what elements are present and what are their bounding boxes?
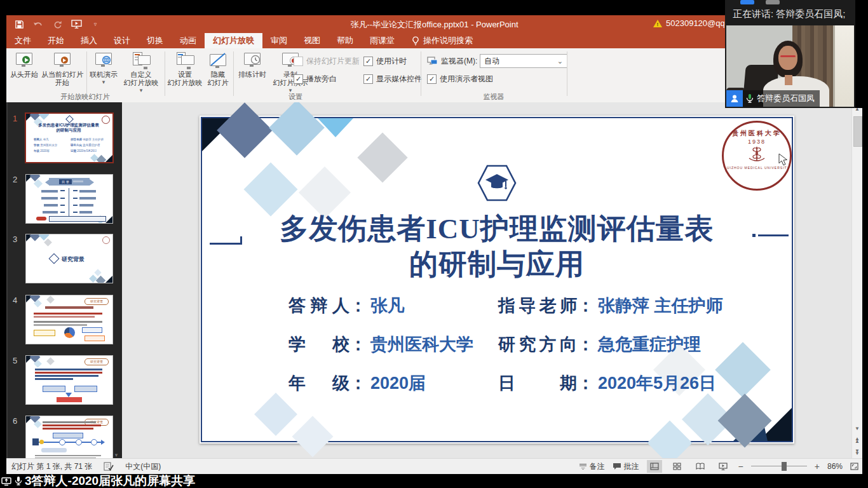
next-slide-icon[interactable]: ▼▼: [852, 447, 862, 458]
present-online-icon: [94, 52, 113, 69]
from-current-slide-button[interactable]: 从当前幻灯片 开始: [39, 51, 85, 98]
setup-slideshow-button[interactable]: 设置 幻灯片放映: [166, 51, 203, 98]
slide-thumbnail-3[interactable]: 研究背景: [25, 234, 113, 283]
mini-decor: 研究背景: [26, 416, 112, 464]
notes-button[interactable]: 备注: [579, 461, 605, 472]
tab-rain-classroom[interactable]: 雨课堂: [362, 33, 403, 48]
comments-icon: [613, 463, 621, 470]
account-area[interactable]: ! 502309120@qq.c: [653, 18, 724, 28]
tab-review[interactable]: 审阅: [262, 33, 295, 48]
monitor-select[interactable]: 自动 ⌄: [480, 54, 567, 68]
mic-icon: [15, 476, 22, 486]
field-row: 答辩人：张凡 指导老师：张静萍 主任护师: [288, 294, 797, 333]
hide-slide-button[interactable]: 隐藏 幻灯片: [205, 51, 231, 98]
tab-file[interactable]: 文件: [6, 33, 39, 48]
meeting-toolbar-gray-icon[interactable]: [766, 0, 780, 4]
slide-sorter-icon: [673, 463, 681, 470]
check-icon: ✓: [363, 57, 373, 66]
warning-icon: !: [653, 20, 662, 27]
tab-design[interactable]: 设计: [105, 33, 139, 48]
mini-section-title: 研究背景: [62, 255, 85, 264]
person-icon: [729, 93, 740, 104]
slide-canvas[interactable]: 贵州医科大学 1938 GUIZHOU MEDICAL UNIVERSITY: [122, 102, 851, 459]
reading-view-icon: [696, 463, 705, 470]
slide-thumbnail-1[interactable]: 多发伤患者ICU护理监测评估量表的研制与应用 答辩人 张凡 指导老师 张静萍 主…: [25, 112, 114, 163]
account-email: 502309120@qq.c: [666, 18, 724, 28]
ribbon-separator: [86, 51, 87, 96]
screen-share-bar: 3答辩人-2020届张凡的屏幕共享: [0, 474, 868, 488]
fit-slide-to-window-icon[interactable]: [850, 463, 858, 470]
normal-view-button[interactable]: [647, 460, 662, 473]
ribbon-group-separator: [421, 51, 421, 96]
previous-slide-icon[interactable]: ▲▲: [852, 435, 862, 445]
slide-1[interactable]: 贵州医科大学 1938 GUIZHOU MEDICAL UNIVERSITY: [200, 116, 794, 444]
check-icon: ✓: [363, 74, 373, 84]
language-indicator[interactable]: 中文(中国): [125, 461, 161, 472]
tab-insert[interactable]: 插入: [72, 33, 105, 48]
mini-fields: 答辩人 张凡 指导老师 张静萍 主任护师 学校 贵州医科大学 研究方向 急危重症…: [34, 137, 107, 154]
lightbulb-icon: [412, 36, 419, 46]
check-icon: ✓: [294, 74, 303, 84]
monitor-label-row: 监视器(M):: [427, 56, 477, 67]
mini-decor: 研究背景: [26, 356, 112, 404]
from-beginning-icon: [15, 52, 34, 69]
comments-button[interactable]: 批注: [613, 461, 639, 472]
checkbox-box: [294, 57, 303, 66]
play-narrations-checkbox[interactable]: ✓ 播放旁白: [294, 74, 337, 85]
zoom-in-button[interactable]: +: [815, 461, 820, 471]
vertical-scrollbar[interactable]: ▲ ▼ ▲▲ ▼▼: [851, 102, 862, 459]
ribbon-group-separator: [567, 51, 567, 96]
mini-toc-label: 目 录: [59, 179, 72, 184]
present-online-button[interactable]: 联机演示 ▾: [89, 51, 118, 98]
use-presenter-view-checkbox[interactable]: ✓ 使用演示者视图: [427, 74, 493, 85]
slideshow-view-button[interactable]: [715, 460, 731, 473]
zoom-out-button[interactable]: −: [738, 461, 743, 471]
mouse-cursor: [778, 153, 788, 166]
tab-slideshow[interactable]: 幻灯片放映: [205, 33, 262, 48]
check-icon: ✓: [427, 74, 437, 84]
slide-thumbnail-4[interactable]: 研究背景: [25, 295, 113, 344]
scrollbar-thumb[interactable]: [853, 116, 862, 147]
slide-thumbnail-2[interactable]: 目 录: [25, 174, 113, 224]
thumbnail-number: 6: [13, 416, 24, 426]
scroll-down-icon[interactable]: ▼: [852, 423, 862, 433]
tab-transitions[interactable]: 切换: [139, 33, 172, 48]
show-media-controls-checkbox[interactable]: ✓ 显示媒体控件: [363, 74, 422, 85]
participant-avatar[interactable]: [726, 90, 743, 107]
ribbon-separator: [233, 51, 234, 96]
speaking-banner: 正在讲话: 答辩委员石国凤;: [733, 8, 846, 20]
use-timings-checkbox[interactable]: ✓ 使用计时: [363, 56, 407, 67]
mini-badge: 研究背景: [85, 358, 109, 365]
zoom-level[interactable]: 86%: [827, 462, 843, 471]
monitor-label: 监视器(M):: [441, 56, 477, 67]
slide-thumbnail-5[interactable]: 研究背景: [25, 355, 113, 405]
tell-me-label: 操作说明搜索: [423, 35, 473, 46]
tab-view[interactable]: 视图: [295, 33, 329, 48]
rehearse-timings-icon: [243, 52, 262, 69]
tab-help[interactable]: 帮助: [329, 33, 362, 48]
tab-animations[interactable]: 动画: [172, 33, 205, 48]
group-label-start: 开始放映幻灯片: [47, 92, 123, 102]
from-beginning-button[interactable]: 从头开始: [9, 51, 39, 98]
slide-info-fields[interactable]: 答辩人：张凡 指导老师：张静萍 主任护师 学校：贵州医科大学 研究方向：急危重症…: [288, 294, 797, 410]
spellcheck-icon[interactable]: [104, 462, 114, 471]
status-bar: 幻灯片 第 1 张, 共 71 张 中文(中国) 备注 批注: [6, 458, 862, 474]
main-area: 1 多发伤患者ICU护理监测评估量表的研: [6, 102, 862, 459]
reading-view-button[interactable]: [693, 460, 708, 473]
thumbnail-number: 5: [13, 356, 24, 365]
participant-video[interactable]: 答辩委员石国凤: [726, 25, 854, 107]
meeting-toolbar-blue-icon[interactable]: [740, 0, 754, 4]
zoom-slider-thumb[interactable]: [782, 462, 787, 471]
keep-slides-updated-checkbox[interactable]: 保持幻灯片更新: [294, 56, 360, 67]
meeting-overlay-panel: 正在讲话: 答辩委员石国凤; 答辩委员石国凤: [725, 0, 855, 108]
rehearse-timings-button[interactable]: 排练计时: [236, 51, 269, 98]
hide-slide-icon: [208, 52, 227, 69]
slide-title[interactable]: 多发伤患者ICU护理监测评估量表 的研制与应用: [200, 211, 794, 282]
zoom-slider[interactable]: [751, 462, 807, 471]
custom-slideshow-button[interactable]: 自定义 幻灯片放映 ▾: [119, 51, 163, 98]
tell-me-search[interactable]: 操作说明搜索: [412, 33, 473, 48]
slide-sorter-view-button[interactable]: [670, 460, 685, 473]
group-label-monitors: 监视器: [456, 92, 532, 102]
tab-home[interactable]: 开始: [39, 33, 72, 48]
normal-view-icon: [650, 463, 659, 470]
